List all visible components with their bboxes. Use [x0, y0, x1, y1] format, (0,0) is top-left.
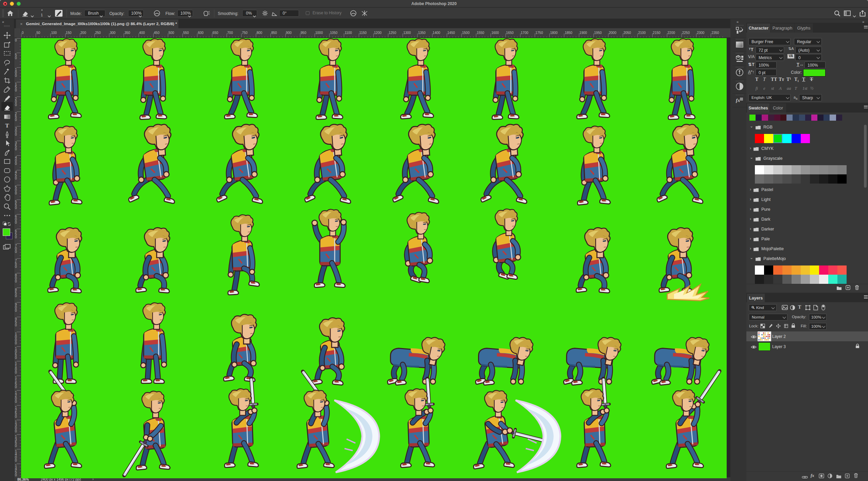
- svg-text:fx: fx: [736, 98, 740, 103]
- svg-text:T: T: [5, 122, 9, 129]
